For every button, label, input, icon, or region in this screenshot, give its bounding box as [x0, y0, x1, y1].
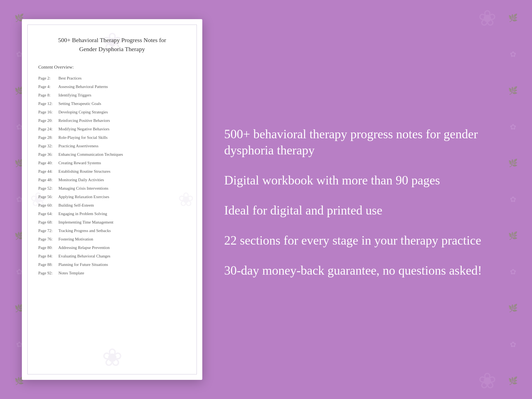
feature-item: 22 sections for every stage in your ther…: [224, 232, 510, 249]
toc-item: Page 2: Best Practices: [38, 75, 186, 81]
toc-item: Page 4: Assessing Behavioral Patterns: [38, 84, 186, 90]
toc-item: Page 56: Applying Relaxation Exercises: [38, 194, 186, 200]
toc-item: Page 16: Developing Coping Strategies: [38, 109, 186, 115]
overview-label: Content Overview:: [38, 64, 186, 70]
feature-item: Ideal for digital and printed use: [224, 202, 510, 219]
toc-item: Page 12: Setting Therapeutic Goals: [38, 101, 186, 107]
toc-item: Page 40: Creating Reward Systems: [38, 160, 186, 166]
document-title: 500+ Behavioral Therapy Progress Notes f…: [38, 36, 186, 54]
toc-item: Page 8: Identifying Triggers: [38, 92, 186, 98]
main-container: ❀ ❀ ❀ ❀ 500+ Behavioral Therapy Progress…: [0, 0, 532, 399]
toc-item: Page 84: Evaluating Behavioral Changes: [38, 253, 186, 259]
document-preview: ❀ ❀ ❀ ❀ 500+ Behavioral Therapy Progress…: [22, 19, 202, 380]
feature-item: Digital workbook with more than 90 pages: [224, 172, 510, 189]
toc-item: Page 92: Notes Template: [38, 270, 186, 276]
toc-item: Page 60: Building Self-Esteem: [38, 203, 186, 208]
toc-item: Page 72: Tracking Progress and Setbacks: [38, 228, 186, 234]
toc-item: Page 48: Monitoring Daily Activities: [38, 177, 186, 183]
toc-item: Page 44: Establishing Routine Structures: [38, 169, 186, 174]
toc-item: Page 68: Implementing Time Management: [38, 219, 186, 225]
toc-item: Page 36: Enhancing Communication Techniq…: [38, 152, 186, 157]
feature-item: 30-day money-back guarantee, no question…: [224, 262, 510, 279]
doc-content: 500+ Behavioral Therapy Progress Notes f…: [38, 36, 186, 276]
table-of-contents: Page 2: Best PracticesPage 4: Assessing …: [38, 75, 186, 276]
toc-item: Page 52: Managing Crisis Interventions: [38, 186, 186, 191]
toc-item: Page 28: Role-Playing for Social Skills: [38, 135, 186, 140]
toc-item: Page 20: Reinforcing Positive Behaviors: [38, 118, 186, 124]
toc-item: Page 88: Planning for Future Situations: [38, 262, 186, 268]
toc-item: Page 76: Fostering Motivation: [38, 236, 186, 242]
toc-item: Page 24: Modifying Negative Behaviors: [38, 126, 186, 132]
toc-item: Page 80: Addressing Relapse Prevention: [38, 245, 186, 251]
doc-watermark-bottom: ❀: [102, 343, 122, 372]
toc-item: Page 32: Practicing Assertiveness: [38, 143, 186, 149]
feature-item: 500+ behavioral therapy progress notes f…: [224, 126, 510, 159]
features-panel: 500+ behavioral therapy progress notes f…: [224, 121, 510, 279]
toc-item: Page 64: Engaging in Problem Solving: [38, 211, 186, 217]
